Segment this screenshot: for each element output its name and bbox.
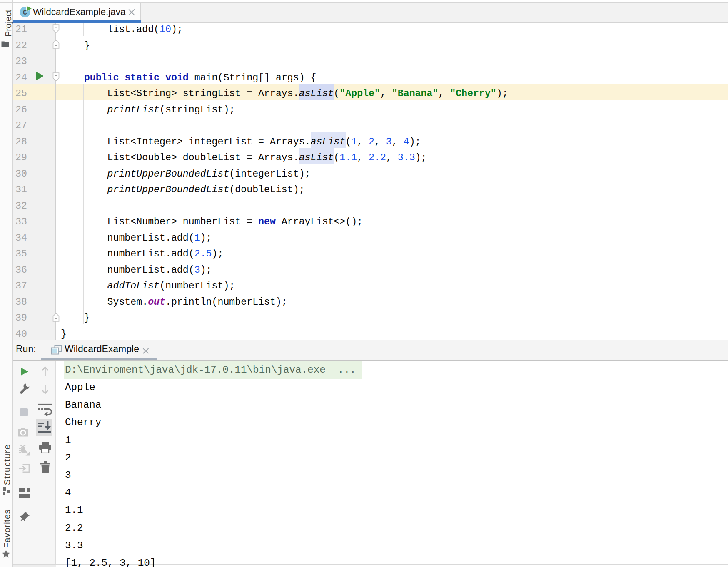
svg-text:C: C — [23, 9, 27, 17]
